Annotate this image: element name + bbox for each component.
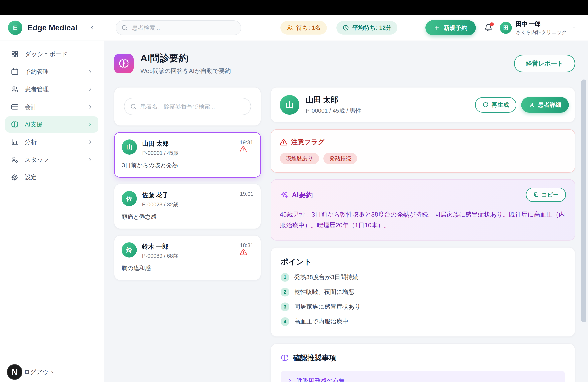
sidebar-item-label: 患者管理 [25,85,49,94]
flags-title: 注意フラグ [291,138,324,147]
logout-button[interactable]: ログアウト [24,368,55,376]
patient-symptom: 胸の違和感 [122,264,253,272]
sidebar-item-staff[interactable]: スタッフ [5,152,98,168]
point-item: 2 乾性咳嗽、夜間に増悪 [281,288,565,296]
sidebar-collapse-icon[interactable] [89,24,96,31]
patient-detail-header: 山 山田 太郎 P-00001 / 45歳 / 男性 再生成 [271,87,575,122]
credit-card-icon [11,103,19,111]
sidebar-footer: N ログアウト [0,362,104,382]
sidebar-item-label: AI支援 [25,120,42,129]
avatar: 山 [280,95,299,115]
notifications-button[interactable] [484,23,493,32]
recommendation-item[interactable]: 呼吸困難感の有無 [281,371,565,382]
main-content: AI問診要約 Web問診の回答をAIが自動で要約 経営レポート [104,41,588,382]
sidebar-item-patients[interactable]: 患者管理 [5,81,98,97]
copy-icon [533,192,539,198]
chevron-right-icon [88,87,93,92]
user-avatar: 田 [500,22,512,34]
patient-search-input[interactable] [140,103,240,110]
patient-name: 佐藤 花子 [142,191,178,199]
sparkles-icon [280,191,288,199]
sidebar-header: E Edge Medical [0,15,104,41]
clinic-name: さくら内科クリニック [516,29,567,36]
patient-meta: P-00023 / 32歳 [142,201,178,208]
brand-logo: E [8,20,22,35]
user-menu[interactable]: 田 田中 一郎 さくら内科クリニック [500,20,577,36]
people-icon [286,24,293,31]
notification-dot [490,22,494,26]
summary-title: AI要約 [292,190,313,200]
bar-chart-icon [11,138,19,146]
point-number: 1 [281,273,289,282]
brain-icon [118,58,129,69]
sidebar-item-appointments[interactable]: 予約管理 [5,63,98,80]
ai-summary-card: AI要約 コピー 45歳男性。3日前から乾性咳嗽と38度台の発熱が持続。同居家族… [271,179,575,241]
management-report-button[interactable]: 経営レポート [514,55,575,72]
global-search[interactable] [116,20,241,35]
new-appointment-button[interactable]: 新規予約 [425,20,476,35]
chevron-right-icon [88,157,93,162]
brain-icon [11,120,19,129]
waiting-count-label: 待ち: 1名 [296,24,321,32]
chevron-right-icon [88,69,93,74]
brain-icon [281,354,289,362]
user-gear-icon [11,156,19,164]
warning-triangle-icon [280,138,287,146]
sidebar-menu: ダッシュボード 予約管理 患者管理 会計 [0,41,104,187]
dev-overlay-badge[interactable]: N [7,364,22,380]
brand-name: Edge Medical [28,24,77,32]
global-search-input[interactable] [132,25,228,31]
sidebar-item-label: 設定 [25,173,37,181]
avatar: 佐 [122,191,137,206]
warning-triangle-icon [240,146,253,153]
person-icon [529,102,535,108]
sidebar-item-dashboard[interactable]: ダッシュボード [5,46,98,62]
patient-detail-column: 山 山田 太郎 P-00001 / 45歳 / 男性 再生成 [271,87,575,382]
page-header: AI問診要約 Web問診の回答をAIが自動で要約 経営レポート [114,52,575,75]
page-title: AI問診要約 [140,52,231,65]
copy-button[interactable]: コピー [526,188,566,202]
sidebar-item-label: 分析 [25,138,37,146]
waiting-count-badge: 待ち: 1名 [280,21,327,35]
search-icon [130,103,137,110]
gear-icon [11,173,19,181]
patient-search-field[interactable] [124,98,251,115]
system-top-bar [0,0,588,15]
warning-triangle-icon [240,248,253,256]
dashboard-icon [11,50,19,58]
avatar: 鈴 [122,242,137,258]
patient-detail-button[interactable]: 患者詳細 [521,97,569,113]
summary-text: 45歳男性。3日前から乾性咳嗽と38度台の発熱が持続。同居家族に感冒症状あり。既… [280,209,566,231]
sidebar-item-billing[interactable]: 会計 [5,99,98,115]
points-card: ポイント 1 発熱38度台が3日間持続 2 乾性咳嗽、夜間に増悪 3 同居家族に… [271,247,575,337]
patient-list-item[interactable]: 山 山田 太郎 P-00001 / 45歳 19:31 [114,132,261,178]
patient-meta: P-00089 / 68歳 [142,252,178,260]
flag-tag: 発熱持続 [323,153,357,164]
point-number: 3 [281,303,289,311]
patients-icon [11,85,19,93]
points-title: ポイント [281,257,565,267]
search-icon [121,24,128,31]
patient-list-column: 山 山田 太郎 P-00001 / 45歳 19:31 [114,87,261,382]
page-subtitle: Web問診の回答をAIが自動で要約 [140,67,231,75]
attention-flags-card: 注意フラグ 喫煙歴あり 発熱持続 [271,129,575,173]
entry-time: 19:31 [240,139,253,146]
refresh-icon [483,102,488,108]
point-item: 4 高血圧で内服治療中 [281,317,565,326]
calendar-icon [11,68,19,76]
scrollbar-thumb[interactable] [581,79,587,322]
patient-list-item[interactable]: 佐 佐藤 花子 P-00023 / 32歳 19:01 頭痛と倦怠感 [114,184,261,229]
patient-list-item[interactable]: 鈴 鈴木 一郎 P-00089 / 68歳 18:31 [114,235,261,280]
sidebar-item-label: ダッシュボード [25,50,68,58]
sidebar-item-analytics[interactable]: 分析 [5,134,98,150]
patient-name: 山田 太郎 [142,139,179,148]
sidebar-item-label: 会計 [25,103,37,111]
sidebar-item-ai-support[interactable]: AI支援 [5,116,98,133]
ai-brain-logo [114,54,134,73]
sidebar-item-settings[interactable]: 設定 [5,169,98,185]
patient-name: 鈴木 一郎 [142,242,178,251]
sidebar-item-label: 予約管理 [25,68,49,76]
recommendations-title: 確認推奨事項 [293,353,336,363]
avg-wait-badge: 平均待ち: 12分 [336,21,398,35]
regenerate-button[interactable]: 再生成 [475,97,516,113]
